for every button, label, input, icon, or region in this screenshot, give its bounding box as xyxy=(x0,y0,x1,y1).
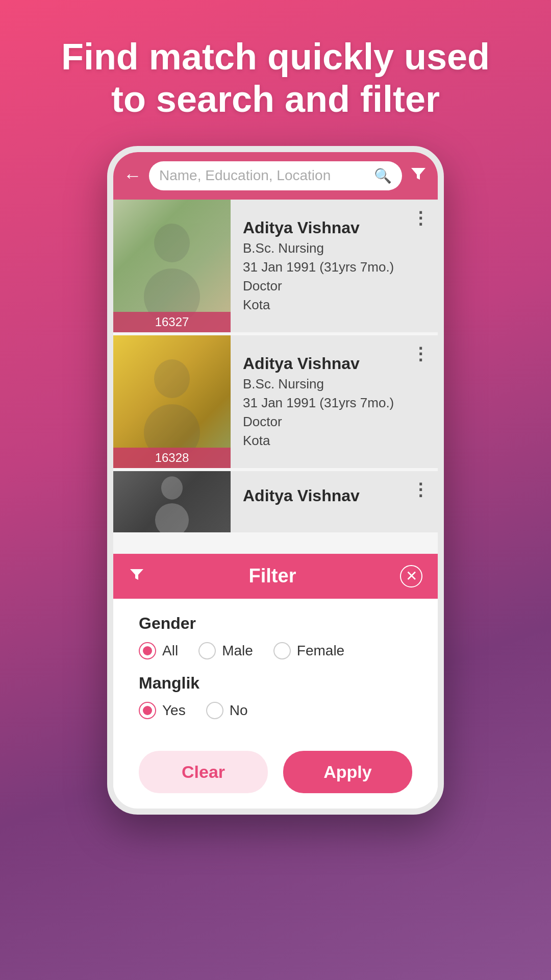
radio-all[interactable]: All xyxy=(139,642,178,659)
profile-name: Aditya Vishnav xyxy=(243,218,428,237)
profile-image-wrap xyxy=(113,471,231,532)
radio-no[interactable]: No xyxy=(206,702,248,719)
filter-title: Filter xyxy=(153,565,392,587)
profile-id-badge: 16327 xyxy=(113,312,231,332)
back-button[interactable]: ← xyxy=(123,165,142,186)
svg-point-5 xyxy=(155,503,189,532)
hero-title: Find match quickly used to search and fi… xyxy=(0,0,551,146)
profile-education: B.Sc. Nursing xyxy=(243,376,428,392)
search-placeholder: Name, Education, Location xyxy=(159,167,369,184)
gender-label: Gender xyxy=(139,614,412,633)
more-options-button[interactable]: ⋮ xyxy=(412,208,430,228)
table-row[interactable]: 16327 Aditya Vishnav B.Sc. Nursing 31 Ja… xyxy=(113,200,438,332)
clear-button[interactable]: Clear xyxy=(139,751,268,793)
filter-header-icon xyxy=(129,566,145,586)
radio-circle-female xyxy=(273,642,291,659)
search-input-wrap[interactable]: Name, Education, Location 🔍 xyxy=(149,161,402,190)
profile-info: Aditya Vishnav B.Sc. Nursing 31 Jan 1991… xyxy=(231,200,438,332)
radio-label-no: No xyxy=(230,702,248,719)
radio-label-female: Female xyxy=(297,643,344,659)
profile-dob: 31 Jan 1991 (31yrs 7mo.) xyxy=(243,259,428,275)
radio-label-male: Male xyxy=(222,643,253,659)
phone-frame: ← Name, Education, Location 🔍 16327 xyxy=(107,146,444,815)
profile-id-badge: 16328 xyxy=(113,448,231,468)
svg-point-1 xyxy=(144,268,200,317)
filter-close-button[interactable]: ✕ xyxy=(400,565,422,587)
more-options-button[interactable]: ⋮ xyxy=(412,479,430,500)
apply-button[interactable]: Apply xyxy=(283,751,412,793)
filter-actions: Clear Apply xyxy=(113,744,438,808)
radio-yes[interactable]: Yes xyxy=(139,702,186,719)
profile-location: Kota xyxy=(243,297,428,313)
profile-info: Aditya Vishnav B.Sc. Nursing 31 Jan 1991… xyxy=(231,335,438,468)
filter-header: Filter ✕ xyxy=(113,554,438,599)
profile-info: Aditya Vishnav xyxy=(231,471,438,532)
svg-point-4 xyxy=(161,476,183,500)
svg-point-2 xyxy=(154,359,190,398)
radio-circle-yes xyxy=(139,702,156,719)
profile-image xyxy=(113,471,231,532)
radio-male[interactable]: Male xyxy=(198,642,253,659)
table-row[interactable]: 16328 Aditya Vishnav B.Sc. Nursing 31 Ja… xyxy=(113,335,438,468)
radio-circle-no xyxy=(206,702,223,719)
profile-education: B.Sc. Nursing xyxy=(243,240,428,256)
radio-circle-all xyxy=(139,642,156,659)
filter-panel: Filter ✕ Gender All Male Female xyxy=(113,554,438,808)
table-row[interactable]: Aditya Vishnav ⋮ xyxy=(113,471,438,532)
profile-list: 16327 Aditya Vishnav B.Sc. Nursing 31 Ja… xyxy=(113,200,438,554)
profile-occupation: Doctor xyxy=(243,414,428,430)
search-bar: ← Name, Education, Location 🔍 xyxy=(113,152,438,200)
profile-image-wrap: 16327 xyxy=(113,200,231,332)
radio-label-all: All xyxy=(162,643,178,659)
profile-dob: 31 Jan 1991 (31yrs 7mo.) xyxy=(243,395,428,411)
more-options-button[interactable]: ⋮ xyxy=(412,344,430,364)
radio-circle-male xyxy=(198,642,216,659)
radio-label-yes: Yes xyxy=(162,702,186,719)
svg-point-0 xyxy=(154,224,190,262)
search-icon: 🔍 xyxy=(374,167,392,184)
manglik-label: Manglik xyxy=(139,674,412,693)
filter-icon-top[interactable] xyxy=(409,164,428,187)
profile-name: Aditya Vishnav xyxy=(243,354,428,373)
profile-name: Aditya Vishnav xyxy=(243,486,428,505)
gender-radio-group: All Male Female xyxy=(139,642,412,659)
profile-location: Kota xyxy=(243,433,428,449)
svg-point-3 xyxy=(144,404,200,453)
profile-occupation: Doctor xyxy=(243,278,428,294)
radio-female[interactable]: Female xyxy=(273,642,344,659)
filter-body: Gender All Male Female Manglik xyxy=(113,599,438,744)
manglik-radio-group: Yes No xyxy=(139,702,412,719)
profile-image-wrap: 16328 xyxy=(113,335,231,468)
